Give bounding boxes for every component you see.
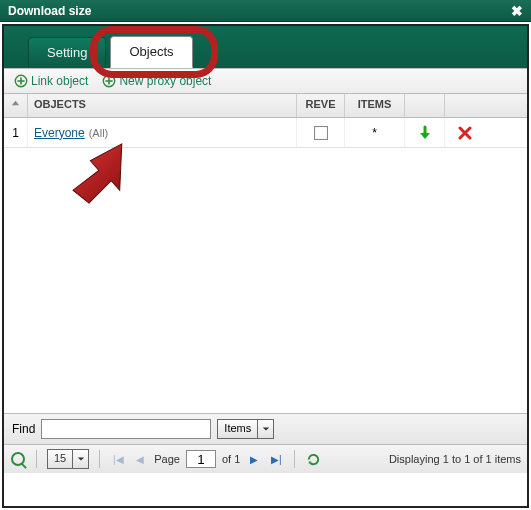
row-index: 1 xyxy=(4,118,28,147)
object-suffix: (All) xyxy=(89,127,109,139)
window-title: Download size xyxy=(8,0,91,22)
delete-icon xyxy=(458,126,472,140)
header-index[interactable] xyxy=(4,94,28,117)
close-icon[interactable]: ✖ xyxy=(511,4,523,18)
add-icon xyxy=(102,74,116,88)
arrow-down-icon xyxy=(417,125,433,141)
row-object-cell: Everyone (All) xyxy=(28,118,297,147)
header-action-1 xyxy=(405,94,445,117)
row-items-cell: * xyxy=(345,118,405,147)
find-scope-value: Items xyxy=(218,420,257,438)
reve-checkbox[interactable] xyxy=(314,126,328,140)
add-icon xyxy=(14,74,28,88)
page-label-pre: Page xyxy=(154,453,180,465)
tab-objects[interactable]: Objects xyxy=(110,36,192,68)
page-last-icon: ▶| xyxy=(271,454,282,465)
search-button[interactable] xyxy=(10,451,26,467)
grid-body: 1 Everyone (All) * xyxy=(4,118,527,414)
refresh-icon xyxy=(306,452,321,467)
pager-bar: 15 |◀ ◀ Page of 1 ▶ ▶| Displaying xyxy=(4,445,527,473)
dialog-frame: Setting Objects Link object New proxy ob… xyxy=(2,24,529,508)
page-label-post: of 1 xyxy=(222,453,240,465)
page-next-icon: ▶ xyxy=(250,454,258,465)
page-first-button[interactable]: |◀ xyxy=(110,451,126,467)
chevron-down-icon xyxy=(257,420,273,438)
tabs-bar: Setting Objects xyxy=(4,26,527,68)
header-action-2 xyxy=(445,94,485,117)
annotation-arrow-icon xyxy=(72,140,144,212)
objects-toolbar: Link object New proxy object xyxy=(4,68,527,94)
tab-label: Objects xyxy=(129,44,173,59)
chevron-down-icon xyxy=(72,450,88,468)
header-reve[interactable]: REVE xyxy=(297,94,345,117)
new-proxy-object-button[interactable]: New proxy object xyxy=(102,74,211,88)
table-row[interactable]: 1 Everyone (All) * xyxy=(4,118,527,148)
page-prev-icon: ◀ xyxy=(136,454,144,465)
find-label: Find xyxy=(12,422,35,436)
new-proxy-label: New proxy object xyxy=(119,74,211,88)
page-first-icon: |◀ xyxy=(113,454,124,465)
page-last-button[interactable]: ▶| xyxy=(268,451,284,467)
page-size-select[interactable]: 15 xyxy=(47,449,89,469)
row-action-delete[interactable] xyxy=(445,118,485,147)
tab-setting[interactable]: Setting xyxy=(28,37,106,68)
refresh-button[interactable] xyxy=(305,451,321,467)
header-objects[interactable]: OBJECTS xyxy=(28,94,297,117)
tab-label: Setting xyxy=(47,45,87,60)
find-scope-select[interactable]: Items xyxy=(217,419,274,439)
sort-icon xyxy=(11,99,20,108)
row-action-download[interactable] xyxy=(405,118,445,147)
page-number-input[interactable] xyxy=(186,450,216,468)
separator xyxy=(36,450,37,468)
link-object-button[interactable]: Link object xyxy=(14,74,88,88)
pager-status: Displaying 1 to 1 of 1 items xyxy=(389,453,521,465)
window-titlebar: Download size ✖ xyxy=(0,0,531,22)
search-icon xyxy=(11,452,25,466)
find-bar: Find Items xyxy=(4,414,527,445)
object-link[interactable]: Everyone xyxy=(34,126,85,140)
separator xyxy=(99,450,100,468)
link-object-label: Link object xyxy=(31,74,88,88)
separator xyxy=(294,450,295,468)
page-size-value: 15 xyxy=(48,450,72,468)
header-items[interactable]: ITEMS xyxy=(345,94,405,117)
page-next-button[interactable]: ▶ xyxy=(246,451,262,467)
grid-header: OBJECTS REVE ITEMS xyxy=(4,94,527,118)
page-prev-button[interactable]: ◀ xyxy=(132,451,148,467)
row-reve-cell xyxy=(297,118,345,147)
find-input[interactable] xyxy=(41,419,211,439)
